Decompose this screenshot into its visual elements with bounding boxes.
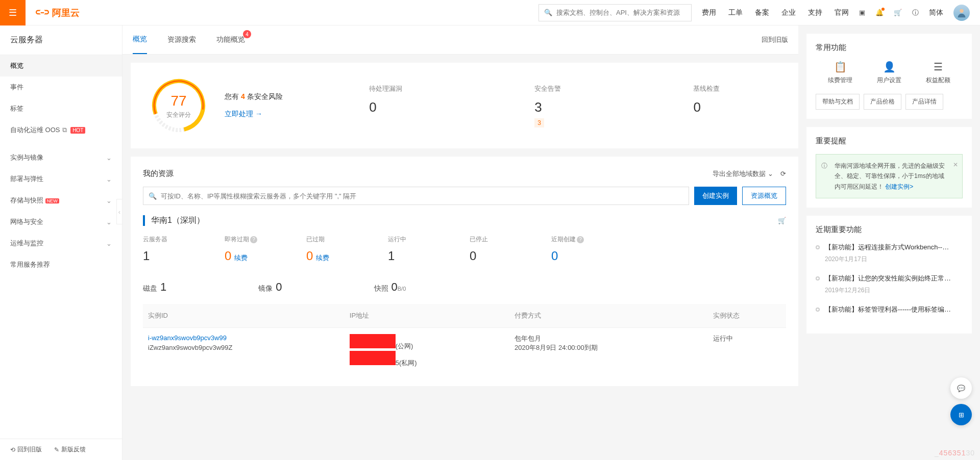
console-icon[interactable]: ▣ xyxy=(859,9,865,16)
feedback-link[interactable]: ✎新版反馈 xyxy=(54,445,86,454)
pill-pricing[interactable]: 产品价格 xyxy=(864,94,901,110)
risk-summary: 您有 4 条安全风险 立即处理 → xyxy=(225,92,283,119)
search-icon: 🔍 xyxy=(544,9,552,16)
lang-switch[interactable]: 简体 xyxy=(929,8,943,17)
stat-value: 1 xyxy=(143,249,204,263)
news-item[interactable]: 【新功能】标签管理利器------使用标签编… xyxy=(816,305,963,314)
stat-label: 待处理漏洞 xyxy=(369,84,402,93)
chevron-down-icon: ⌄ xyxy=(106,197,112,205)
sidebar-group-ops[interactable]: 运维与监控⌄ xyxy=(0,233,122,254)
help-icon[interactable]: ⓘ xyxy=(912,8,919,17)
nav-icp[interactable]: 备案 xyxy=(755,8,769,17)
tab-resource-search[interactable]: 资源搜索 xyxy=(167,26,196,54)
col-instance-id: 实例ID xyxy=(143,304,345,328)
main: 概览 资源搜索 功能概览4 回到旧版 77 安全评分 xyxy=(122,25,980,460)
action-label: 续费管理 xyxy=(828,76,852,85)
stat-label: 运行中 xyxy=(388,235,449,244)
sidebar-item-events[interactable]: 事件 xyxy=(0,76,122,98)
apps-float-button[interactable]: ⊞ xyxy=(950,404,972,425)
global-search[interactable]: 🔍 xyxy=(538,4,692,21)
process-now-link[interactable]: 立即处理 → xyxy=(225,110,283,119)
nav-enterprise[interactable]: 企业 xyxy=(781,8,796,17)
nav-ticket[interactable]: 工单 xyxy=(728,8,743,17)
nav-website[interactable]: 官网 xyxy=(835,8,849,17)
sidebar-group-instance[interactable]: 实例与镜像⌄ xyxy=(0,147,122,168)
common-functions-card: 常用功能 📋 续费管理 👤 用户设置 ☰ 权益配额 xyxy=(806,34,972,119)
sidebar: 云服务器 概览 事件 标签 自动化运维 OOS⧉ HOT 实例与镜像⌄ 部署与弹… xyxy=(0,25,122,460)
resource-overview-button[interactable]: 资源概览 xyxy=(742,187,786,205)
close-alert-button[interactable]: ✕ xyxy=(953,160,958,170)
stat-sub-badge: 3 xyxy=(534,118,544,127)
stat-value: 0 xyxy=(391,280,398,293)
footer-label: 新版反馈 xyxy=(61,445,86,454)
chevron-down-icon: ⌄ xyxy=(106,154,112,162)
col-ip: IP地址 xyxy=(345,304,509,328)
sidebar-group-recommend[interactable]: 常用服务推荐 xyxy=(0,254,122,275)
help-icon[interactable]: ? xyxy=(577,236,584,243)
renew-link[interactable]: 续费 xyxy=(234,254,248,262)
sidebar-item-overview[interactable]: 概览 xyxy=(0,55,122,76)
ip-redacted xyxy=(350,351,396,365)
global-search-input[interactable] xyxy=(556,9,686,16)
stat-recent: 近期创建? 0 xyxy=(551,235,612,263)
sidebar-item-oos[interactable]: 自动化运维 OOS⧉ HOT xyxy=(0,119,122,141)
resources-panel: 我的资源 导出全部地域数据 ⌄ ⟳ 🔍 创建实例 资源概览 华南1（深圳） xyxy=(131,157,798,386)
sidebar-items: 概览 事件 标签 自动化运维 OOS⧉ HOT 实例与镜像⌄ 部署与弹性⌄ 存储… xyxy=(0,55,122,439)
action-label: 用户设置 xyxy=(877,76,901,85)
sidebar-group-storage[interactable]: 存储与快照 NEW⌄ xyxy=(0,190,122,211)
tab-feature-overview[interactable]: 功能概览4 xyxy=(216,26,245,54)
back-old-version-button[interactable]: 回到旧版 xyxy=(762,35,788,44)
sidebar-group-deploy[interactable]: 部署与弹性⌄ xyxy=(0,168,122,190)
tab-badge: 4 xyxy=(243,30,251,38)
export-data-link[interactable]: 导出全部地域数据 ⌄ xyxy=(713,169,773,178)
resource-search[interactable]: 🔍 xyxy=(143,187,689,205)
help-icon[interactable]: ? xyxy=(250,236,257,243)
menu-toggle-button[interactable]: ☰ xyxy=(0,0,26,25)
refresh-icon: ⟳ xyxy=(780,170,786,177)
cart-icon[interactable]: 🛒 xyxy=(894,9,902,16)
pill-help-docs[interactable]: 帮助与文档 xyxy=(816,94,860,110)
sidebar-group-label: 运维与监控 xyxy=(10,239,43,248)
user-avatar[interactable] xyxy=(953,5,970,21)
table-row[interactable]: i-wz9anx9swovb9pcv3w99 iZwz9anx9swovb9pc… xyxy=(143,328,786,374)
chat-float-button[interactable]: 💬 xyxy=(950,377,972,399)
news-item[interactable]: 【新功能】让您的突发性能实例始终正常… 2019年12月26日 xyxy=(816,274,963,295)
region-header: 华南1（深圳） 🛒 xyxy=(143,215,786,226)
brand-logo[interactable]: 阿里云 xyxy=(36,6,80,19)
payment-type: 包年包月 xyxy=(514,334,703,343)
sidebar-item-tags[interactable]: 标签 xyxy=(0,98,122,119)
security-score: 77 xyxy=(148,93,209,109)
news-title: 【新功能】远程连接新方式Workbench--… xyxy=(825,243,963,252)
sidebar-group-network[interactable]: 网络与安全⌄ xyxy=(0,211,122,233)
alert-create-link[interactable]: 创建实例> xyxy=(885,183,913,190)
action-user-settings[interactable]: 👤 用户设置 xyxy=(877,61,901,85)
sidebar-group-label: 部署与弹性 xyxy=(10,174,43,184)
refresh-button[interactable]: ⟳ xyxy=(780,170,786,177)
stat-value[interactable]: 0 xyxy=(551,249,612,263)
back-old-version-link[interactable]: ⟲回到旧版 xyxy=(10,445,42,454)
risk-suffix: 条安全风险 xyxy=(245,92,283,100)
create-instance-button[interactable]: 创建实例 xyxy=(694,187,737,205)
action-renewal[interactable]: 📋 续费管理 xyxy=(828,61,852,85)
instance-id-link[interactable]: i-wz9anx9swovb9pcv3w99 xyxy=(148,334,339,342)
resource-search-input[interactable] xyxy=(161,192,683,200)
cart-icon[interactable]: 🛒 xyxy=(778,217,786,224)
notifications-icon[interactable]: 🔔 xyxy=(875,9,884,16)
timeline-dot-icon xyxy=(816,308,820,312)
stat-servers: 云服务器 1 xyxy=(143,235,204,263)
nav-billing[interactable]: 费用 xyxy=(702,8,716,17)
col-status: 实例状态 xyxy=(708,304,786,328)
news-item[interactable]: 【新功能】远程连接新方式Workbench--… 2020年1月17日 xyxy=(816,243,963,264)
aliyun-logo-icon xyxy=(36,6,49,19)
brand-text: 阿里云 xyxy=(52,7,80,19)
layout: 云服务器 概览 事件 标签 自动化运维 OOS⧉ HOT 实例与镜像⌄ 部署与弹… xyxy=(0,25,980,460)
chevron-down-icon: ⌄ xyxy=(106,218,112,226)
nav-support[interactable]: 支持 xyxy=(808,8,822,17)
sidebar-collapse-handle[interactable]: ‹ xyxy=(116,199,122,224)
tab-overview[interactable]: 概览 xyxy=(133,25,147,54)
renew-link[interactable]: 续费 xyxy=(316,254,329,262)
pill-product-details[interactable]: 产品详情 xyxy=(905,94,943,110)
stat-sub: B/0 xyxy=(398,286,406,292)
action-quota[interactable]: ☰ 权益配额 xyxy=(926,61,950,85)
stat-value: 0 xyxy=(306,249,313,263)
